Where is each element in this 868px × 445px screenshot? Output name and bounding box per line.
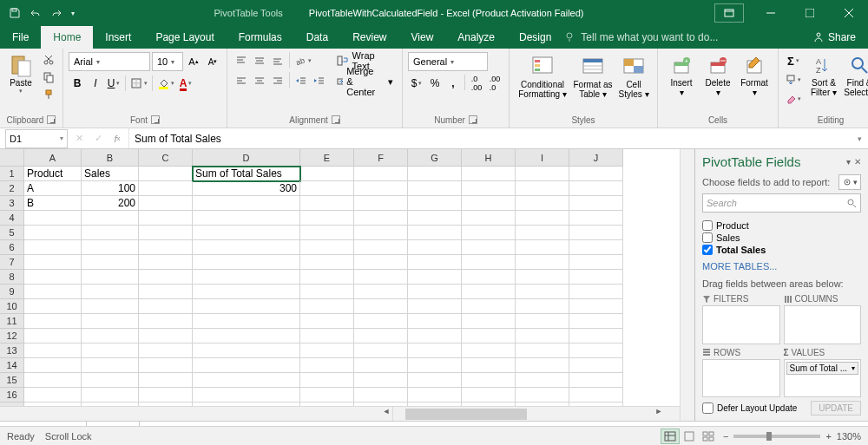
- row-header[interactable]: 11: [0, 314, 24, 329]
- paste-button[interactable]: Paste ▾: [5, 52, 36, 95]
- close-button[interactable]: [829, 0, 868, 26]
- cell[interactable]: [24, 358, 82, 373]
- ribbon-display-options-button[interactable]: [714, 3, 744, 23]
- cell[interactable]: [24, 299, 82, 314]
- cell[interactable]: [193, 329, 300, 344]
- column-header[interactable]: B: [82, 149, 139, 167]
- cell[interactable]: [408, 329, 462, 344]
- cell[interactable]: [354, 255, 408, 270]
- align-left-button[interactable]: [233, 72, 250, 89]
- row-header[interactable]: 17: [0, 402, 24, 406]
- cell[interactable]: [462, 167, 516, 181]
- vertical-scrollbar[interactable]: [680, 149, 694, 421]
- cell[interactable]: [24, 373, 82, 388]
- cell[interactable]: [569, 270, 623, 285]
- cell[interactable]: [516, 196, 569, 211]
- cell[interactable]: [82, 270, 139, 285]
- cell[interactable]: [82, 299, 139, 314]
- cell[interactable]: [462, 358, 516, 373]
- undo-button[interactable]: [26, 3, 45, 23]
- row-header[interactable]: 8: [0, 270, 24, 285]
- cell[interactable]: [82, 344, 139, 358]
- cell[interactable]: [300, 167, 354, 181]
- row-header[interactable]: 16: [0, 388, 24, 402]
- cell[interactable]: [193, 285, 300, 299]
- cell[interactable]: [300, 255, 354, 270]
- column-header[interactable]: D: [193, 149, 300, 167]
- cell[interactable]: 200: [82, 196, 139, 211]
- cell[interactable]: [139, 344, 193, 358]
- cell[interactable]: [82, 402, 139, 406]
- cell[interactable]: 300: [193, 181, 300, 196]
- cell[interactable]: [569, 314, 623, 329]
- cell[interactable]: [300, 402, 354, 406]
- field-checkbox[interactable]: [702, 220, 713, 231]
- cell[interactable]: [516, 285, 569, 299]
- cell[interactable]: [516, 373, 569, 388]
- save-button[interactable]: [5, 3, 24, 23]
- tab-home[interactable]: Home: [41, 26, 93, 49]
- cell[interactable]: [516, 270, 569, 285]
- cell[interactable]: [569, 373, 623, 388]
- cell[interactable]: [82, 314, 139, 329]
- align-right-button[interactable]: [269, 72, 286, 89]
- cell[interactable]: [569, 167, 623, 181]
- name-box[interactable]: D1▾: [5, 129, 68, 148]
- column-header[interactable]: C: [139, 149, 193, 167]
- clipboard-dialog-launcher[interactable]: [47, 115, 56, 124]
- cell[interactable]: [139, 402, 193, 406]
- tab-analyze[interactable]: Analyze: [445, 26, 507, 49]
- italic-button[interactable]: I: [87, 75, 104, 92]
- decrease-decimal-button[interactable]: .00.0: [486, 75, 503, 92]
- rows-area[interactable]: ROWS: [702, 348, 780, 398]
- cell[interactable]: [139, 358, 193, 373]
- cell[interactable]: [516, 329, 569, 344]
- cell[interactable]: B: [24, 196, 82, 211]
- cell[interactable]: [462, 402, 516, 406]
- cell[interactable]: [354, 211, 408, 226]
- cell[interactable]: [354, 388, 408, 402]
- font-color-button[interactable]: A▾: [177, 75, 194, 92]
- cell[interactable]: [354, 299, 408, 314]
- cell[interactable]: [354, 314, 408, 329]
- column-header[interactable]: J: [569, 149, 623, 167]
- tab-formulas[interactable]: Formulas: [227, 26, 294, 49]
- minimize-button[interactable]: [751, 0, 790, 26]
- tab-view[interactable]: View: [399, 26, 446, 49]
- increase-indent-button[interactable]: [311, 72, 328, 89]
- cell[interactable]: [193, 344, 300, 358]
- cell[interactable]: [408, 358, 462, 373]
- cell[interactable]: [569, 402, 623, 406]
- cell[interactable]: [569, 344, 623, 358]
- tab-review[interactable]: Review: [340, 26, 398, 49]
- cell[interactable]: [354, 373, 408, 388]
- alignment-dialog-launcher[interactable]: [332, 115, 340, 124]
- cell[interactable]: [408, 167, 462, 181]
- cell[interactable]: [354, 329, 408, 344]
- cell[interactable]: [569, 211, 623, 226]
- decrease-indent-button[interactable]: [293, 72, 310, 89]
- underline-button[interactable]: U▾: [105, 75, 122, 92]
- cell[interactable]: [139, 181, 193, 196]
- cell[interactable]: [139, 240, 193, 255]
- cell[interactable]: [139, 329, 193, 344]
- align-center-button[interactable]: [251, 72, 268, 89]
- cell[interactable]: [408, 181, 462, 196]
- row-header[interactable]: 3: [0, 196, 24, 211]
- cell[interactable]: [300, 358, 354, 373]
- expand-formula-bar-button[interactable]: ▾: [851, 134, 868, 143]
- cell[interactable]: [193, 402, 300, 406]
- conditional-formatting-button[interactable]: Conditional Formatting ▾: [515, 52, 570, 99]
- cell[interactable]: [516, 388, 569, 402]
- format-cells-button[interactable]: Format▾: [736, 52, 773, 97]
- cell[interactable]: [24, 270, 82, 285]
- cell[interactable]: [408, 240, 462, 255]
- insert-cells-button[interactable]: + Insert▾: [663, 52, 700, 97]
- cell[interactable]: [193, 270, 300, 285]
- cell[interactable]: [354, 167, 408, 181]
- tab-design[interactable]: Design: [507, 26, 563, 49]
- cell[interactable]: [569, 285, 623, 299]
- autosum-button[interactable]: Σ▾: [784, 52, 803, 69]
- row-header[interactable]: 14: [0, 358, 24, 373]
- cell[interactable]: [82, 373, 139, 388]
